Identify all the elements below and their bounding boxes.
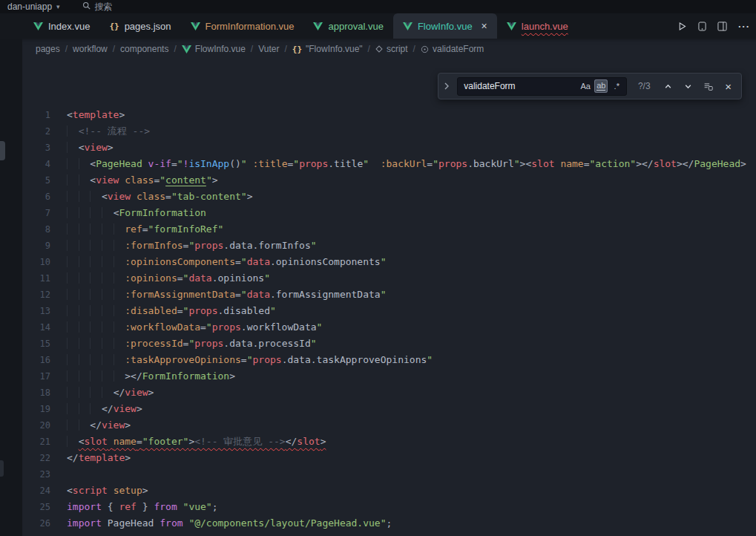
breadcrumb-item--flowinfo-vue-[interactable]: {}"FlowInfo.vue" [292,44,363,54]
json-icon: {} [109,22,119,30]
line-number[interactable]: 13 [22,303,67,319]
find-next-button[interactable] [681,79,695,94]
code-line-16[interactable]: 16 :taskApproveOpinions="props.data.task… [22,352,756,368]
line-number[interactable]: 18 [22,385,67,401]
code-line-13[interactable]: 13 :disabled="props.disabled" [22,303,756,319]
code-line-17[interactable]: 17 ></FormInformation> [22,368,756,385]
find-previous-button[interactable] [661,79,675,94]
code-line-20[interactable]: 20 </view> [22,417,756,434]
match-case-toggle[interactable]: Aa [579,79,592,93]
code-line-5[interactable]: 5 <view class="content"> [22,172,756,189]
more-actions-button[interactable]: ··· [738,21,750,32]
code-token: taskApproveOpinions [317,354,427,365]
code-line-25[interactable]: 25import { ref } from "vue"; [22,499,756,515]
code-line-23[interactable]: 23 [22,466,756,483]
line-number[interactable]: 4 [22,156,67,172]
code-line-4[interactable]: 4 <PageHead v-if="!isInApp()" :title="pr… [22,156,756,172]
line-number[interactable]: 10 [22,254,67,270]
code-line-12[interactable]: 12 :formAssignmentData="data.formAssignm… [22,287,756,303]
breadcrumb-separator: / [113,44,115,54]
line-number[interactable]: 11 [22,270,67,287]
split-editor-button[interactable] [717,22,727,31]
code-line-24[interactable]: 24<script setup> [22,483,756,499]
code-line-10[interactable]: 10 :opinionsComponents="data.opinionsCom… [22,254,756,270]
line-number[interactable]: 19 [22,401,67,417]
line-number[interactable]: 16 [22,352,67,368]
tab-approval-vue[interactable]: approval.vue [303,13,392,39]
close-icon[interactable]: × [481,21,487,31]
line-number[interactable]: 20 [22,417,67,434]
line-number[interactable]: 2 [22,123,67,140]
breadcrumb-item-components[interactable]: components [120,44,168,54]
tab-index-vue[interactable]: Index.vue [24,13,99,39]
vue-icon [507,22,516,30]
line-number[interactable]: 8 [22,221,67,238]
whole-word-toggle[interactable]: ab [594,79,608,93]
find-input[interactable]: Aaab.* [457,77,627,96]
code-line-1[interactable]: 1<template> [22,107,756,123]
code-line-22[interactable]: 22</template> [22,450,756,466]
rail-marker[interactable] [0,141,5,160]
line-number[interactable]: 14 [22,319,67,336]
code-line-21[interactable]: 21 <slot name="footer"><!-- 审批意见 --></sl… [22,434,756,450]
code-line-19[interactable]: 19 </view> [22,401,756,417]
find-in-selection-button[interactable] [701,79,715,94]
code-line-2[interactable]: 2 <!-- 流程 --> [22,123,756,140]
line-number[interactable]: 12 [22,287,67,303]
line-number[interactable]: 17 [22,368,67,385]
find-close-button[interactable]: × [721,79,735,94]
find-query-input[interactable] [464,81,579,91]
line-number[interactable]: 3 [22,140,67,156]
error-squiggle: <slot name="footer"><!-- 审批意见 --></slot> [79,436,326,447]
code-line-6[interactable]: 6 <view class="tab-content"> [22,189,756,205]
code-line-18[interactable]: 18 </view> [22,385,756,401]
line-number[interactable]: 9 [22,238,67,254]
code-line-15[interactable]: 15 :processId="props.data.processId" [22,336,756,352]
breadcrumb-item-pages[interactable]: pages [36,44,60,54]
line-number[interactable]: 23 [22,466,67,483]
line-number[interactable]: 1 [22,107,67,123]
line-number[interactable]: 26 [22,515,67,532]
project-selector[interactable]: dan-uniapp ▾ [7,1,60,12]
rail-marker[interactable] [0,460,4,477]
code-token: content [165,174,206,186]
code-editor[interactable]: 1<template>2 <!-- 流程 -->3 <view>4 <PageH… [22,59,756,536]
code-token: :processId [125,338,183,349]
code-token: = [584,158,590,169]
code-token: props [194,338,223,349]
line-number[interactable]: 6 [22,189,67,205]
tab-flowinfo-vue[interactable]: FlowInfo.vue× [393,13,497,39]
breadcrumb-item-flowinfo-vue[interactable]: FlowInfo.vue [182,44,246,54]
line-number[interactable]: 7 [22,205,67,221]
line-number[interactable]: 15 [22,336,67,352]
line-number[interactable]: 24 [22,483,67,499]
line-number[interactable]: 25 [22,499,67,515]
tab-forminformation-vue[interactable]: FormInformation.vue [181,13,304,39]
tab-launch-vue[interactable]: launch.vue [497,13,578,39]
code-token: </ [286,436,298,447]
tab-pages-json[interactable]: {}pages.json [99,13,180,39]
code-line-11[interactable]: 11 :opinions="data.opinions" [22,270,756,287]
global-search[interactable]: 搜索 [82,1,113,13]
code-line-14[interactable]: 14 :workflowData="props.workflowData" [22,319,756,336]
breadcrumb-item-script[interactable]: script [375,44,408,54]
line-number[interactable]: 21 [22,434,67,450]
line-number[interactable]: 5 [22,172,67,189]
regex-toggle[interactable]: .* [610,79,623,93]
code-token: script [73,485,108,496]
code-line-3[interactable]: 3 <view> [22,140,756,156]
toggle-replace-chevron-icon[interactable] [441,82,451,90]
indent-guides [67,207,114,218]
code-line-8[interactable]: 8 ref="formInfoRef" [22,221,756,238]
breadcrumb-item-vuter[interactable]: Vuter [258,44,279,54]
preview-device-button[interactable] [698,22,706,31]
line-number[interactable]: 22 [22,450,67,466]
code-line-26[interactable]: 26import PageHead from "@/components/lay… [22,515,756,532]
code-token: " [241,158,247,169]
code-line-9[interactable]: 9 :formInfos="props.data.formInfos" [22,238,756,254]
code-token: slot [654,158,677,169]
breadcrumb-item-workflow[interactable]: workflow [73,44,108,54]
code-line-7[interactable]: 7 <FormInformation [22,205,756,221]
run-button[interactable] [677,22,687,31]
breadcrumb-item-validateform[interactable]: validateForm [421,44,484,54]
